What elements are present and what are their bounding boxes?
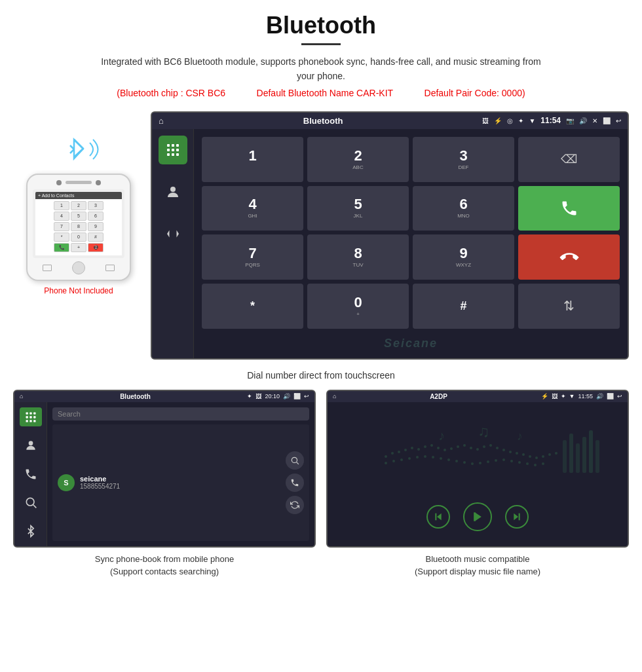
- svg-text:♪: ♪: [438, 428, 445, 443]
- contact-search-btn[interactable]: [286, 451, 304, 470]
- phone-dial-row-2: 4 5 6: [37, 212, 120, 221]
- dial-key-end[interactable]: [518, 234, 620, 280]
- music-next-btn[interactable]: [505, 505, 529, 529]
- pb-sidebar-grid[interactable]: [20, 407, 42, 427]
- music-play-btn[interactable]: [463, 502, 492, 531]
- wifi-icon: ▼: [529, 117, 535, 124]
- phone-call-btn[interactable]: 📞: [54, 243, 69, 252]
- phone-not-included-label: Phone Not Included: [44, 286, 113, 295]
- contact-avatar: S: [58, 474, 75, 491]
- svg-point-60: [408, 457, 411, 460]
- phonebook-back-icon[interactable]: ↩: [304, 393, 309, 400]
- music-vol-icon: 🔊: [596, 393, 603, 400]
- phonebook-caption-line2: (Support contacts searching): [110, 567, 219, 576]
- dial-key-call[interactable]: [518, 186, 620, 231]
- dial-key-4[interactable]: 4 GHI: [202, 186, 303, 231]
- phonebook-window-icon[interactable]: ⬜: [293, 393, 301, 400]
- sidebar-search-icon[interactable]: [159, 261, 187, 290]
- dial-key-swap[interactable]: ⇅: [518, 284, 620, 329]
- dialpad-grid: 1 . 2 ABC 3 DEF ⌫: [202, 137, 620, 329]
- music-signal-icon: ▼: [569, 393, 575, 400]
- svg-point-71: [495, 459, 497, 462]
- phonebook-home-icon[interactable]: ⌂: [20, 393, 23, 400]
- svg-point-40: [450, 447, 453, 450]
- search-box[interactable]: Search: [52, 407, 309, 420]
- dial-key-star[interactable]: *: [202, 284, 303, 329]
- dial-key-1[interactable]: 1 .: [202, 137, 303, 182]
- phone-back-btn[interactable]: [43, 265, 52, 271]
- phone-key-2[interactable]: 2: [71, 201, 86, 210]
- spec-chip: (Bluetooth chip : CSR BC6: [117, 88, 225, 98]
- svg-point-57: [385, 462, 387, 464]
- svg-point-63: [432, 456, 434, 458]
- phone-end-btn[interactable]: 📵: [88, 243, 104, 252]
- svg-point-61: [416, 456, 419, 458]
- svg-point-52: [529, 455, 531, 458]
- contact-sync-btn[interactable]: [286, 496, 304, 514]
- svg-point-25: [28, 441, 33, 446]
- pb-sidebar-bt[interactable]: [20, 521, 42, 541]
- music-usb-icon: ⚡: [541, 393, 548, 400]
- svg-rect-7: [167, 149, 170, 151]
- sidebar-bluetooth-icon[interactable]: [159, 303, 187, 332]
- back-icon[interactable]: ↩: [616, 117, 621, 124]
- svg-marker-89: [475, 512, 482, 521]
- sidebar-dialpad-icon[interactable]: [159, 136, 187, 164]
- phone-key-1[interactable]: 1: [54, 201, 69, 210]
- phone-key-7[interactable]: 7: [54, 222, 69, 231]
- phone-key-hash[interactable]: #: [88, 233, 104, 242]
- sidebar-recents-icon[interactable]: [159, 219, 187, 248]
- dial-key-8[interactable]: 8 TUV: [307, 234, 409, 280]
- dial-key-9[interactable]: 9 WXYZ: [413, 234, 514, 280]
- music-prev-btn[interactable]: [426, 505, 450, 529]
- dial-key-6[interactable]: 6 MNO: [413, 186, 514, 231]
- phone-plus[interactable]: +: [71, 243, 86, 252]
- phone-key-0[interactable]: 0: [71, 233, 86, 242]
- svg-rect-12: [176, 153, 179, 156]
- home-icon[interactable]: ⌂: [159, 116, 164, 126]
- dial-key-7[interactable]: 7 PQRS: [202, 234, 303, 280]
- dial-key-2[interactable]: 2 ABC: [307, 137, 409, 182]
- phone-key-6[interactable]: 6: [88, 212, 104, 221]
- phone-key-5[interactable]: 5: [71, 212, 86, 221]
- phone-key-9[interactable]: 9: [88, 222, 104, 231]
- svg-rect-16: [26, 412, 28, 414]
- music-back-icon[interactable]: ↩: [617, 393, 622, 400]
- contact-info: seicane 15885554271: [80, 475, 280, 490]
- dial-key-0[interactable]: 0 +: [307, 284, 409, 329]
- pb-sidebar-search[interactable]: [20, 493, 42, 513]
- phone-screen-header: + Add to Contacts: [35, 192, 122, 199]
- watermark: Seicane: [202, 337, 620, 350]
- phone-home-btn[interactable]: [72, 261, 85, 274]
- dial-key-hash[interactable]: #: [413, 284, 514, 329]
- dial-key-5[interactable]: 5 JKL: [307, 186, 409, 231]
- close-icon[interactable]: ✕: [592, 117, 597, 124]
- phone-key-8[interactable]: 8: [71, 222, 86, 231]
- music-screen: ⌂ A2DP ⚡ 🖼 ✦ ▼ 11:55 🔊 ⬜ ↩: [326, 390, 629, 548]
- volume-icon: 🔊: [579, 117, 587, 124]
- music-caption-line2: (Support display music file name): [415, 567, 540, 576]
- page-title: Bluetooth: [0, 12, 642, 39]
- phone-menu-btn[interactable]: [105, 265, 115, 271]
- phone-key-star[interactable]: *: [54, 233, 69, 242]
- svg-rect-24: [33, 420, 35, 422]
- music-window-icon[interactable]: ⬜: [607, 393, 614, 400]
- big-screen-caption: Dial number direct from touchscreen: [247, 370, 395, 381]
- pb-sidebar-call[interactable]: [20, 464, 42, 484]
- pb-sidebar-person[interactable]: [20, 436, 42, 455]
- dial-key-backspace[interactable]: ⌫: [518, 137, 620, 182]
- phonebook-statusbar: ⌂ Bluetooth ✦ 🖼 20:10 🔊 ⬜ ↩: [14, 391, 314, 402]
- sidebar-contacts-icon[interactable]: [159, 177, 187, 206]
- window-icon[interactable]: ⬜: [603, 117, 611, 124]
- svg-point-44: [476, 448, 479, 451]
- svg-rect-17: [29, 412, 31, 414]
- phone-key-3[interactable]: 3: [88, 201, 104, 210]
- svg-point-50: [516, 452, 518, 455]
- music-home-icon[interactable]: ⌂: [333, 393, 336, 400]
- contact-call-btn[interactable]: [286, 474, 304, 492]
- svg-point-66: [455, 460, 458, 462]
- dial-key-3[interactable]: 3 DEF: [413, 137, 514, 182]
- svg-rect-83: [576, 443, 580, 473]
- phone-key-4[interactable]: 4: [54, 212, 69, 221]
- music-statusbar: ⌂ A2DP ⚡ 🖼 ✦ ▼ 11:55 🔊 ⬜ ↩: [328, 391, 628, 402]
